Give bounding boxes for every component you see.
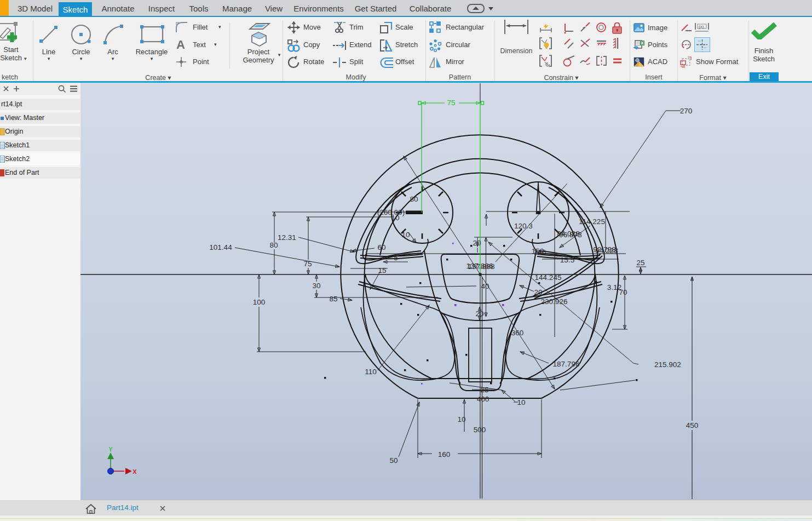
svg-text:101.44: 101.44 (209, 243, 232, 251)
svg-text:94.228: 94.228 (595, 247, 618, 255)
svg-text:15: 15 (378, 266, 386, 274)
svg-text:80: 80 (269, 241, 278, 249)
svg-text:20: 20 (475, 310, 483, 318)
svg-text:25: 25 (636, 259, 644, 267)
svg-text:10: 10 (457, 415, 465, 423)
svg-text:X: X (133, 468, 137, 475)
svg-text:(x): (x) (699, 24, 704, 29)
svg-text:75: 75 (303, 260, 312, 268)
svg-text:450: 450 (686, 421, 699, 430)
svg-text:80: 80 (410, 195, 418, 203)
svg-text:Y: Y (108, 446, 113, 453)
svg-text:5: 5 (394, 254, 398, 262)
svg-text:20: 20 (534, 288, 542, 296)
svg-text:114.225: 114.225 (579, 217, 605, 226)
svg-text:215.902: 215.902 (654, 360, 681, 369)
svg-text:30: 30 (312, 282, 320, 290)
svg-text:120.3: 120.3 (514, 222, 533, 230)
svg-text:12.31: 12.31 (278, 233, 296, 242)
svg-text:10: 10 (401, 231, 410, 239)
svg-text:270: 270 (680, 107, 693, 115)
svg-text:360: 360 (511, 329, 524, 337)
svg-text:60: 60 (377, 243, 385, 251)
svg-text:230.926: 230.926 (541, 297, 568, 306)
svg-text:75: 75 (447, 99, 455, 107)
svg-text:187.796: 187.796 (553, 360, 580, 368)
svg-text:100: 100 (253, 298, 266, 306)
svg-text:160: 160 (438, 450, 451, 459)
svg-text:50: 50 (389, 456, 398, 465)
svg-text:25: 25 (480, 386, 488, 394)
svg-text:96.873: 96.873 (559, 231, 581, 239)
svg-text:110: 110 (365, 368, 377, 376)
svg-text:85: 85 (329, 295, 337, 303)
svg-text:40: 40 (481, 282, 489, 290)
svg-text:10: 10 (391, 214, 399, 222)
svg-text:144.245: 144.245 (535, 273, 562, 282)
svg-text:160: 160 (534, 248, 546, 256)
svg-text:15.5: 15.5 (560, 256, 574, 264)
svg-text:70: 70 (619, 288, 627, 296)
svg-text:500: 500 (474, 426, 486, 434)
svg-text:10: 10 (517, 398, 525, 407)
svg-text:137.888: 137.888 (468, 262, 495, 271)
svg-text:400: 400 (477, 395, 489, 403)
svg-text:20: 20 (473, 239, 481, 247)
